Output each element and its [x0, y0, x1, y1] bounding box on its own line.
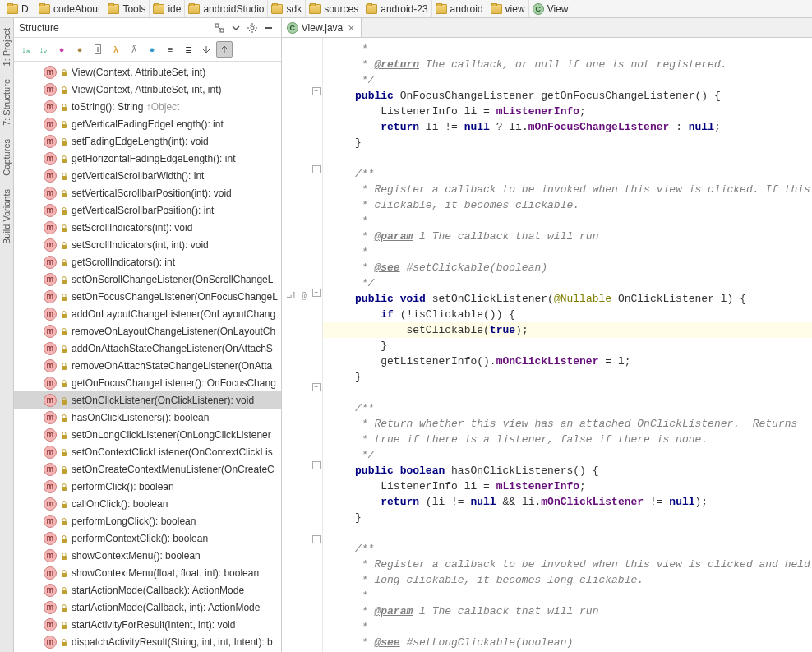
code-line: * Register a callback to be invoked when… — [330, 557, 812, 572]
crumb-android-23[interactable]: android-23 — [362, 0, 431, 17]
crumb-codeabout[interactable]: codeAbout — [35, 0, 104, 17]
item-label: callOnClick(): boolean — [72, 498, 168, 510]
expand-btn[interactable] — [198, 41, 215, 58]
structure-item[interactable]: mtoString(): String ↑Object — [14, 98, 281, 115]
structure-item[interactable]: mperformClick(): boolean — [14, 478, 281, 495]
structure-item[interactable]: mgetOnFocusChangeListener(): OnFocusChan… — [14, 374, 281, 391]
structure-item[interactable]: msetOnClickListener(OnClickListener): vo… — [14, 391, 281, 409]
structure-item[interactable]: msetScrollIndicators(int, int): void — [14, 236, 281, 253]
structure-item[interactable]: msetFadingEdgeLength(int): void — [14, 132, 281, 150]
structure-item[interactable]: maddOnLayoutChangeListener(OnLayoutChang — [14, 305, 281, 322]
structure-item[interactable]: mcallOnClick(): boolean — [14, 495, 281, 512]
settings-icon[interactable] — [245, 21, 260, 35]
tool-tab-build-variants[interactable]: Build Variants — [0, 183, 13, 251]
collapse-icon[interactable] — [228, 21, 243, 35]
svg-rect-22 — [62, 383, 67, 387]
structure-item[interactable]: mgetScrollIndicators(): int — [14, 253, 281, 271]
structure-item[interactable]: mstartActionMode(Callback): ActionMode — [14, 581, 281, 599]
structure-item[interactable]: mshowContextMenu(): boolean — [14, 547, 281, 564]
sort-alpha-btn[interactable]: ↓ₐ — [17, 41, 34, 58]
structure-item[interactable]: mremoveOnAttachStateChangeListener(OnAtt… — [14, 357, 281, 374]
crumb-view[interactable]: view — [487, 0, 529, 17]
fold-marker[interactable]: − — [312, 535, 321, 543]
scroll-from-source-icon[interactable] — [212, 21, 227, 35]
crumb-sources[interactable]: sources — [306, 0, 362, 17]
method-icon: m — [44, 187, 57, 200]
crumb-ide[interactable]: ide — [150, 0, 185, 17]
svg-rect-12 — [62, 210, 67, 215]
show-anon-btn[interactable]: λ — [108, 41, 124, 58]
code-area[interactable]: * * @return The callback, or null if one… — [323, 38, 812, 652]
lock-icon — [60, 189, 68, 197]
structure-item[interactable]: mstartActivityForResult(Intent, int): vo… — [14, 616, 281, 633]
tool-tab----project[interactable]: 1: Project — [0, 21, 13, 72]
close-icon[interactable]: × — [346, 21, 356, 35]
fold-marker[interactable]: − — [312, 289, 321, 297]
hide-icon[interactable] — [261, 21, 276, 35]
show-props-btn[interactable]: ● — [53, 41, 70, 58]
structure-item[interactable]: mperformContextClick(): boolean — [14, 529, 281, 547]
structure-item[interactable]: msetOnScrollChangeListener(OnScrollChang… — [14, 271, 281, 288]
structure-item[interactable]: mgetVerticalScrollbarWidth(): int — [14, 167, 281, 184]
structure-item[interactable]: mperformLongClick(): boolean — [14, 512, 281, 529]
editor-gutter[interactable]: ↵l @−−−−−− — [282, 38, 323, 652]
show-fields-btn[interactable]: ● — [72, 41, 88, 58]
structure-item[interactable]: mView(Context, AttributeSet, int, int) — [14, 81, 281, 98]
crumb-view[interactable]: CView — [529, 0, 572, 17]
code-line — [330, 525, 812, 541]
structure-item[interactable]: mhasOnClickListeners(): boolean — [14, 409, 281, 426]
structure-item[interactable]: mgetHorizontalFadingEdgeLength(): int — [14, 150, 281, 167]
tool-tab----structure[interactable]: 7: Structure — [0, 72, 13, 132]
svg-rect-17 — [62, 297, 67, 301]
crumb-sdk[interactable]: sdk — [268, 0, 306, 17]
item-label: startActionMode(Callback): ActionMode — [72, 585, 244, 596]
show-lambda-btn[interactable]: ƛ — [126, 41, 142, 58]
fold-marker[interactable]: − — [312, 87, 321, 95]
folder-icon — [491, 4, 502, 14]
editor-area: C View.java × ↵l @−−−−−− * * @return The… — [282, 18, 812, 652]
show-nonpublic-btn[interactable]: ● — [144, 41, 160, 58]
gutter-mark[interactable]: ↵l @ — [287, 291, 307, 301]
structure-item[interactable]: mstartActionMode(Callback, int): ActionM… — [14, 599, 281, 616]
tool-tab-captures[interactable]: Captures — [0, 132, 13, 183]
autoscroll2-btn[interactable]: ≣ — [180, 41, 196, 58]
svg-rect-26 — [62, 452, 67, 456]
structure-item[interactable]: mgetVerticalFadingEdgeLength(): int — [14, 115, 281, 132]
structure-item[interactable]: msetOnLongClickListener(OnLongClickListe… — [14, 426, 281, 443]
svg-rect-36 — [62, 625, 67, 629]
structure-item[interactable]: mshowContextMenu(float, float, int): boo… — [14, 564, 281, 581]
crumb-tools[interactable]: Tools — [104, 0, 150, 17]
folder-icon — [366, 4, 377, 14]
crumb-android[interactable]: android — [432, 0, 487, 17]
lock-icon — [60, 120, 68, 128]
show-inherited-btn[interactable]: I — [90, 41, 106, 58]
structure-item[interactable]: msetScrollIndicators(int): void — [14, 219, 281, 236]
svg-rect-34 — [62, 590, 67, 594]
editor-tab-view[interactable]: C View.java × — [282, 18, 362, 37]
autoscroll-btn[interactable]: ≡ — [162, 41, 178, 58]
structure-item[interactable]: msetVerticalScrollbarPosition(int): void — [14, 184, 281, 201]
structure-item[interactable]: msetOnFocusChangeListener(OnFocusChangeL — [14, 288, 281, 305]
structure-item[interactable]: mremoveOnLayoutChangeListener(OnLayoutCh — [14, 322, 281, 340]
item-label: addOnLayoutChangeListener(OnLayoutChang — [72, 308, 275, 320]
structure-item[interactable]: mView(Context, AttributeSet, int) — [14, 63, 281, 81]
structure-item[interactable]: msetOnContextClickListener(OnContextClic… — [14, 443, 281, 460]
fold-marker[interactable]: − — [312, 383, 321, 391]
collapse-all-btn[interactable] — [216, 41, 233, 58]
crumb-d:[interactable]: D: — [3, 0, 35, 17]
method-icon: m — [44, 66, 57, 79]
sort-visibility-btn[interactable]: ↓ᵥ — [35, 41, 52, 58]
lock-icon — [60, 293, 68, 301]
method-icon: m — [44, 618, 57, 631]
structure-item[interactable]: msetOnCreateContextMenuListener(OnCreate… — [14, 460, 281, 478]
crumb-androidstudio[interactable]: androidStudio — [185, 0, 268, 17]
svg-rect-21 — [62, 366, 67, 370]
fold-marker[interactable]: − — [312, 461, 321, 469]
structure-item[interactable]: maddOnAttachStateChangeListener(OnAttach… — [14, 340, 281, 357]
structure-item[interactable]: mgetVerticalScrollbarPosition(): int — [14, 201, 281, 219]
lock-icon — [60, 155, 68, 163]
structure-item[interactable]: mdispatchActivityResult(String, int, int… — [14, 633, 281, 650]
fold-marker[interactable]: − — [312, 165, 321, 173]
structure-tree[interactable]: mView(Context, AttributeSet, int)mView(C… — [14, 62, 281, 652]
svg-rect-27 — [62, 469, 67, 474]
